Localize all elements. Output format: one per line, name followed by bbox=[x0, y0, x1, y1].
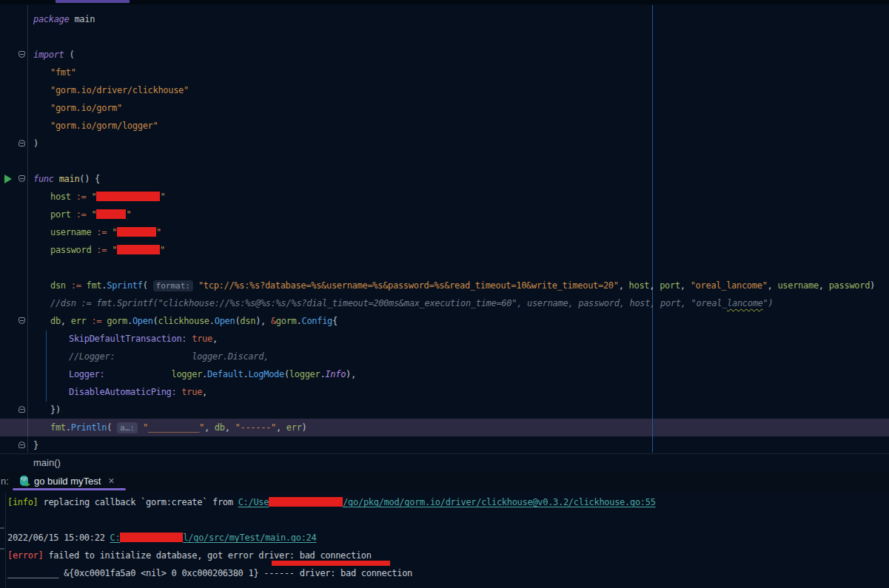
code-line[interactable]: db, err := gorm.Open(clickhouse.Open(dsn… bbox=[50, 312, 338, 330]
redaction-box bbox=[120, 533, 183, 542]
redaction-box bbox=[96, 192, 160, 201]
code-token-pl: ( bbox=[64, 50, 75, 60]
code-token-pl: , bbox=[819, 280, 829, 291]
code-token-pl: main bbox=[69, 14, 95, 24]
code-token-var: err bbox=[286, 422, 302, 433]
code-token-op: := bbox=[76, 192, 87, 202]
code-token-pl: ( bbox=[153, 316, 158, 326]
code-token-var: host bbox=[50, 192, 71, 202]
code-token-pl: { bbox=[332, 316, 338, 326]
editor-tab-bar-edge bbox=[0, 0, 889, 4]
fold-open-icon[interactable] bbox=[19, 51, 25, 58]
code-line[interactable]: port := "" bbox=[50, 206, 131, 223]
code-token-meth: Config bbox=[301, 316, 332, 326]
code-line[interactable]: "gorm.io/driver/clickhouse" bbox=[50, 81, 189, 99]
code-token-pl: ), bbox=[255, 316, 271, 326]
scope-indent-guide bbox=[46, 331, 47, 402]
code-token-pl: ( bbox=[143, 280, 153, 291]
code-line[interactable]: ) bbox=[33, 135, 38, 152]
close-icon[interactable]: × bbox=[108, 475, 114, 487]
console-line[interactable]: 2022/06/15 15:00:22 C:l/go/src/myTest/ma… bbox=[7, 529, 316, 547]
gutter-separator bbox=[27, 5, 28, 453]
run-tab-go-build[interactable]: go build myTest × bbox=[16, 473, 118, 489]
fold-open-icon[interactable] bbox=[19, 175, 25, 182]
code-token-pl: , bbox=[768, 280, 778, 291]
code-line[interactable]: username := "" bbox=[50, 223, 161, 241]
code-token-meth: Default bbox=[207, 369, 243, 379]
code-line[interactable]: host := "" bbox=[50, 188, 165, 206]
code-token-str: " bbox=[126, 209, 131, 220]
code-line[interactable]: Logger: logger.Default.LogMode(logger.In… bbox=[69, 365, 356, 383]
code-token-pl bbox=[104, 369, 171, 379]
code-token-str: "tcp://%s:%s?database=%s&username=%s&pas… bbox=[198, 280, 619, 291]
console-token-link: /go/pkg/mod/gorm.io/driver/clickhouse@v0… bbox=[343, 497, 655, 507]
code-token-var: dsn bbox=[50, 280, 66, 291]
console-fold-handle[interactable] bbox=[0, 548, 4, 550]
console-token-link: C: bbox=[110, 533, 121, 543]
code-token-pl: . bbox=[202, 369, 207, 379]
code-token-var: err bbox=[71, 316, 87, 326]
code-token-cmw: lancome bbox=[727, 298, 762, 308]
code-token-pl bbox=[138, 422, 143, 433]
code-line[interactable]: "gorm.io/gorm/logger" bbox=[50, 117, 158, 135]
code-token-pl: } bbox=[33, 440, 38, 450]
code-token-op: := bbox=[96, 245, 107, 255]
code-token-op: := bbox=[91, 316, 101, 326]
code-token-var: username bbox=[777, 280, 818, 291]
code-token-op: := bbox=[76, 209, 87, 220]
right-margin-guide bbox=[652, 5, 653, 453]
code-token-hint: a…: bbox=[117, 422, 138, 433]
run-panel-label: n: bbox=[1, 476, 9, 487]
current-code-line[interactable]: fmt.Println( a…: "__________", db, "----… bbox=[50, 419, 307, 436]
code-token-cm: ") bbox=[763, 298, 774, 308]
code-token-var: port bbox=[50, 209, 71, 220]
fold-end-icon[interactable] bbox=[19, 406, 25, 413]
console-line[interactable]: [info] replacing callback `gorm:create` … bbox=[7, 493, 656, 511]
code-token-field: SkipDefaultTransaction: bbox=[69, 334, 187, 344]
fold-end-icon[interactable] bbox=[19, 442, 25, 448]
code-token-field: DisableAutomaticPing: bbox=[69, 387, 176, 397]
code-token-op: := bbox=[96, 227, 107, 237]
active-editor-tab-underline bbox=[56, 0, 130, 3]
code-line[interactable]: "fmt" bbox=[50, 64, 76, 81]
code-token-pl: ) bbox=[870, 280, 875, 291]
code-token-var: logger bbox=[172, 369, 203, 379]
code-token-str: "__________" bbox=[143, 422, 204, 433]
code-line[interactable]: dsn := fmt.Sprintf( format: "tcp://%s:%s… bbox=[50, 277, 875, 294]
fold-end-icon[interactable] bbox=[19, 140, 25, 146]
code-line[interactable]: func main() { bbox=[33, 170, 100, 188]
code-line[interactable]: import ( bbox=[33, 46, 74, 64]
console-token-pl: replacing callback `gorm:create` from bbox=[38, 497, 238, 507]
breadcrumb[interactable]: main() bbox=[33, 457, 61, 468]
code-line[interactable]: //Logger: logger.Discard, bbox=[69, 348, 269, 365]
redaction-box bbox=[269, 497, 343, 507]
breadcrumb-bar: main() bbox=[0, 453, 889, 473]
code-token-var: db bbox=[50, 316, 61, 326]
code-token-str: "gorm.io/gorm/logger" bbox=[50, 121, 158, 131]
ide-window: package mainimport ("fmt""gorm.io/driver… bbox=[0, 0, 889, 588]
redaction-box bbox=[96, 209, 126, 219]
code-token-pl bbox=[54, 174, 59, 184]
code-token-hint: format: bbox=[153, 280, 193, 291]
fold-open-icon[interactable] bbox=[19, 317, 25, 324]
code-token-pl: , bbox=[61, 316, 71, 326]
code-line[interactable]: //dsn := fmt.Sprintf("clickhouse://%s:%s… bbox=[50, 294, 773, 312]
code-token-var: gorm bbox=[276, 316, 297, 326]
code-token-pl: , bbox=[680, 280, 691, 291]
code-line[interactable]: SkipDefaultTransaction: true, bbox=[69, 330, 218, 348]
code-token-cm: //Logger: logger.Discard, bbox=[69, 351, 269, 362]
code-line[interactable]: "gorm.io/gorm" bbox=[50, 99, 122, 117]
code-line[interactable]: } bbox=[33, 436, 38, 454]
code-token-var: logger bbox=[289, 369, 321, 379]
code-token-op: := bbox=[71, 280, 81, 291]
code-line[interactable]: password := "" bbox=[50, 241, 165, 259]
code-line[interactable]: DisableAutomaticPing: true, bbox=[69, 383, 207, 401]
code-line[interactable]: package main bbox=[33, 10, 95, 28]
code-token-meth: Println bbox=[71, 422, 107, 433]
run-main-play-icon[interactable] bbox=[4, 175, 12, 183]
code-line[interactable]: }) bbox=[50, 401, 61, 419]
console-fold-handle[interactable] bbox=[0, 527, 4, 529]
code-token-pl: . bbox=[66, 422, 71, 433]
console-line[interactable]: __________ &{0xc0001fa5a0 <nil> 0 0xc000… bbox=[7, 564, 412, 582]
code-token-pl: ( bbox=[107, 422, 117, 433]
